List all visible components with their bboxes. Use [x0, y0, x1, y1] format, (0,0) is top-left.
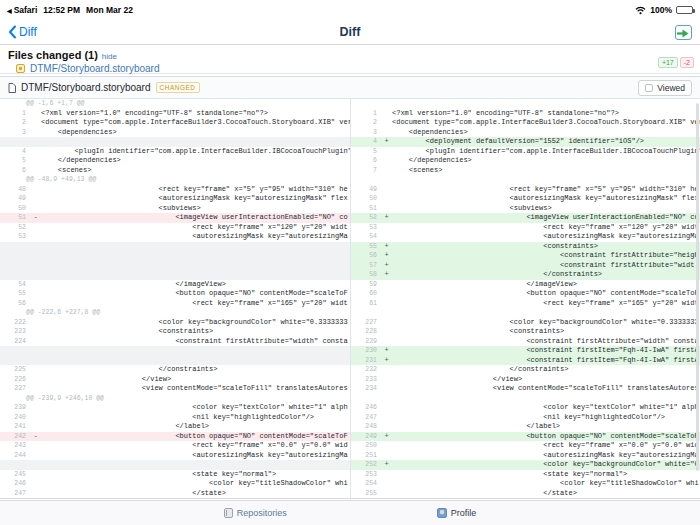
- diff-marker: +: [381, 242, 392, 252]
- code-line: </dependencies>: [41, 156, 350, 166]
- wifi-icon: [635, 6, 646, 15]
- battery-icon: [676, 6, 693, 14]
- tab-profile[interactable]: Profile: [437, 508, 477, 518]
- line-number: 56: [350, 251, 381, 261]
- line-number: [0, 460, 30, 470]
- diff-row: 6 <scenes>7 <scenes>: [0, 166, 700, 176]
- hide-toggle[interactable]: hide: [102, 52, 117, 61]
- diff-marker: [381, 489, 392, 499]
- line-number: 233: [350, 375, 381, 385]
- diff-row: 247 </state>255 </state>: [0, 489, 700, 499]
- diff-row: 227 <view contentMode="scaleToFill" tran…: [0, 384, 700, 394]
- code-line: <constraints>: [392, 327, 700, 337]
- viewed-checkbox[interactable]: [645, 84, 653, 92]
- code-line: </constraints>: [392, 270, 700, 280]
- diff-row: 48 <rect key="frame" x="5" y="95" width=…: [0, 185, 700, 195]
- tab-bar: Repositories Profile: [0, 500, 700, 525]
- diff-row: 58+ </constraints>: [0, 270, 700, 280]
- diff-marker: [30, 194, 41, 204]
- tab-repositories-label: Repositories: [237, 508, 287, 518]
- code-line: <color key="backgroundColor" white="0: [392, 460, 700, 470]
- repo-icon: [224, 508, 233, 518]
- line-number: 56: [0, 299, 30, 309]
- tab-repositories[interactable]: Repositories: [224, 508, 287, 518]
- code-line: </dependencies>: [392, 156, 700, 166]
- diff-marker: [381, 128, 392, 138]
- diff-marker: -: [30, 432, 41, 442]
- diff-marker: [381, 289, 392, 299]
- diff-marker: [30, 451, 41, 461]
- line-number: 3: [0, 128, 30, 138]
- diff-marker: [30, 166, 41, 176]
- diff-marker: [381, 441, 392, 451]
- diff-table[interactable]: @@ -1,6 +1,7 @@1<?xml version="1.0" enco…: [0, 99, 700, 498]
- nav-back-button[interactable]: Diff: [8, 25, 37, 39]
- line-number: 2: [0, 118, 30, 128]
- diff-marker: [30, 384, 41, 394]
- battery-percent: 100%: [650, 5, 672, 15]
- line-number: 250: [350, 441, 381, 451]
- line-number: 251: [350, 451, 381, 461]
- diff-row: 3 <dependencies>3 <dependencies>: [0, 128, 700, 138]
- diff-row: 55+ <constraints>: [0, 242, 700, 252]
- line-number: 226: [0, 375, 30, 385]
- diff-marker: [30, 327, 41, 337]
- send-diff-button[interactable]: [675, 25, 692, 40]
- code-line: <plugIn identifier="com.apple.InterfaceB…: [41, 147, 350, 157]
- diff-row: 56+ <constraint firstAttribute="heigh: [0, 251, 700, 261]
- status-bar-right: 100%: [635, 5, 693, 15]
- code-line: <color key="textColor" white="1" alph: [41, 403, 350, 413]
- viewed-button[interactable]: Viewed: [638, 80, 692, 96]
- code-line: </label>: [41, 422, 350, 432]
- line-number: 227: [350, 318, 381, 328]
- line-number: 58: [350, 270, 381, 280]
- changed-file-link[interactable]: DTMF/Storyboard.storyboard: [30, 63, 160, 74]
- code-line: <rect key="frame" x="165" y="20" widt: [392, 299, 700, 309]
- diff-marker: +: [381, 261, 392, 271]
- code-line: [41, 346, 350, 356]
- line-number: 4: [0, 147, 30, 157]
- code-line: <scenes>: [392, 166, 700, 176]
- diff-marker: [381, 384, 392, 394]
- diff-marker: [30, 156, 41, 166]
- diff-marker: [30, 289, 41, 299]
- line-number: 55: [0, 289, 30, 299]
- code-line: <autoresizingMask key="autoresizingMa: [41, 451, 350, 461]
- diff-card: DTMF/Storyboard.storyboard CHANGED Viewe…: [0, 76, 700, 499]
- diff-row: 224 <constraint firstAttribute="width" c…: [0, 337, 700, 347]
- viewed-label: Viewed: [657, 83, 685, 93]
- status-date: Mon Mar 22: [86, 5, 133, 15]
- vertical-scrollbar[interactable]: [696, 103, 699, 471]
- code-line: [41, 270, 350, 280]
- line-number: 223: [0, 327, 30, 337]
- back-to-app-button[interactable]: ◀ Safari: [7, 5, 37, 15]
- line-number: 244: [0, 451, 30, 461]
- code-line: <rect key="frame" x="120" y="20" widt: [41, 223, 350, 233]
- line-number: 5: [0, 156, 30, 166]
- diff-marker: [381, 147, 392, 157]
- code-line: <dependencies>: [392, 128, 700, 138]
- diff-marker: [381, 422, 392, 432]
- diff-marker: [381, 194, 392, 204]
- changed-file-row[interactable]: DTMF/Storyboard.storyboard: [16, 63, 692, 74]
- code-line: <rect key="frame" x="120" y="20" widt: [392, 223, 700, 233]
- line-number: 50: [350, 194, 381, 204]
- files-changed-title: Files changed (1): [8, 49, 98, 61]
- line-number: 2: [350, 118, 381, 128]
- code-line: <plugIn identifier="com.apple.InterfaceB…: [392, 147, 700, 157]
- diff-marker: [381, 232, 392, 242]
- code-line: <autoresizingMask key="autoresizingMa: [41, 232, 350, 242]
- line-number: 247: [350, 413, 381, 423]
- line-number: 253: [350, 470, 381, 480]
- line-number: [0, 270, 30, 280]
- code-line: <color key="backgroundColor" white="0.33…: [41, 318, 350, 328]
- diff-marker: [381, 365, 392, 375]
- diff-marker: [30, 251, 41, 261]
- line-number: 53: [350, 223, 381, 233]
- diff-marker: [30, 413, 41, 423]
- line-number: 5: [350, 147, 381, 157]
- code-line: </constraints>: [41, 365, 350, 375]
- code-line: </imageView>: [392, 280, 700, 290]
- diff-row: 57+ <constraint firstAttribute="widt: [0, 261, 700, 271]
- diff-row: 2<document type="com.apple.InterfaceBuil…: [0, 118, 700, 128]
